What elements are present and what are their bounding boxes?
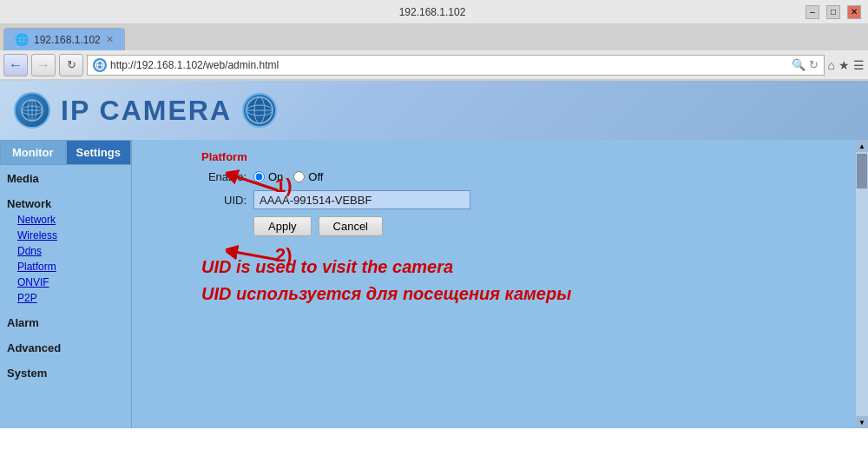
uid-row: UID:	[201, 190, 851, 209]
url-text: http://192.168.1.102/web/admin.html	[110, 59, 788, 71]
platform-title: Platform	[201, 150, 851, 163]
forward-icon: →	[36, 57, 50, 73]
scrollbar-track[interactable]	[856, 152, 868, 416]
minimize-button[interactable]: –	[806, 5, 819, 19]
back-button[interactable]: ←	[3, 54, 28, 76]
cancel-button[interactable]: Cancel	[319, 216, 383, 236]
sidebar-item-onvif[interactable]: ONVIF	[0, 275, 131, 290]
star-button[interactable]: ★	[838, 58, 850, 72]
sidebar-advanced-section: Advanced	[0, 334, 131, 360]
sidebar-alarm-title: Alarm	[0, 313, 131, 331]
info-line-1: UID is used to visit the camera	[201, 257, 851, 277]
tab-settings-label: Settings	[76, 146, 121, 159]
enable-row: Enable: On Off	[201, 170, 851, 183]
button-row: Apply Cancel	[253, 216, 851, 236]
platform-section: Platform Enable: On Off	[201, 150, 851, 304]
logo-globe-left	[14, 92, 50, 129]
back-icon: ←	[9, 57, 23, 73]
sidebar-system-title: System	[0, 363, 131, 381]
scrollbar-thumb[interactable]	[857, 154, 867, 189]
sidebar-network-section: Network Network Wireless Ddns Platform O…	[0, 190, 131, 309]
tab-settings[interactable]: Settings	[66, 140, 132, 165]
sidebar-alarm-section: Alarm	[0, 309, 131, 334]
refresh-small-icon: ↻	[809, 58, 819, 71]
menu-button[interactable]: ☰	[853, 58, 865, 72]
app-title: IP CAMERA	[61, 95, 232, 127]
refresh-icon: ↻	[67, 58, 76, 71]
address-bar[interactable]: http://192.168.1.102/web/admin.html 🔍 ↻	[87, 55, 825, 76]
page: IP CAMERA Monitor Settings Media	[0, 81, 868, 428]
title-bar: 192.168.1.102 – □ ✕	[0, 0, 868, 24]
window-title: 192.168.1.102	[59, 6, 806, 18]
maximize-button[interactable]: □	[826, 5, 840, 19]
search-icon: 🔍	[792, 58, 806, 71]
sidebar-tabs: Monitor Settings	[0, 140, 131, 165]
home-button[interactable]: ⌂	[828, 58, 835, 72]
forward-button[interactable]: →	[31, 54, 56, 76]
sidebar-item-platform[interactable]: Platform	[0, 259, 131, 275]
refresh-button[interactable]: ↻	[59, 54, 83, 76]
sidebar-system-section: System	[0, 360, 131, 385]
content-area: 1) 2) Platform Enable: On Off	[132, 140, 868, 428]
radio-off[interactable]: Off	[293, 170, 323, 183]
sidebar-media-section: Media	[0, 165, 131, 190]
nav-bar: ← → ↻ http://192.168.1.102/web/admin.htm…	[0, 50, 868, 80]
logo-globe-right	[242, 93, 277, 128]
tab-monitor-label: Monitor	[12, 146, 54, 159]
tab-label: 192.168.1.102	[34, 34, 101, 46]
apply-button[interactable]: Apply	[253, 216, 312, 236]
sidebar-network-title: Network	[0, 194, 131, 212]
info-text: UID is used to visit the camera UID испо…	[201, 257, 851, 304]
sidebar-media-title: Media	[0, 169, 131, 187]
sidebar-item-ddns[interactable]: Ddns	[0, 243, 131, 259]
close-button[interactable]: ✕	[847, 5, 861, 19]
browser-tab[interactable]: 🌐 192.168.1.102 ✕	[3, 28, 125, 50]
scroll-down-button[interactable]: ▼	[856, 416, 868, 428]
radio-on-input[interactable]	[253, 171, 265, 182]
tab-bar: 🌐 192.168.1.102 ✕	[0, 24, 868, 50]
radio-off-input[interactable]	[293, 171, 305, 182]
sidebar-item-p2p[interactable]: P2P	[0, 290, 131, 306]
tab-close-icon[interactable]: ✕	[106, 34, 114, 45]
tab-monitor[interactable]: Monitor	[0, 140, 66, 165]
annotation-1: 1)	[275, 175, 293, 197]
sidebar-item-wireless[interactable]: Wireless	[0, 228, 131, 243]
info-line-2: UID используется для посещения камеры	[201, 284, 851, 304]
globe-icon: 🌐	[15, 33, 29, 46]
sidebar-advanced-title: Advanced	[0, 338, 131, 356]
scroll-up-button[interactable]: ▲	[856, 140, 868, 152]
site-icon	[93, 58, 107, 72]
sidebar-item-network[interactable]: Network	[0, 212, 131, 228]
scrollbar[interactable]: ▲ ▼	[856, 140, 868, 428]
sidebar: Monitor Settings Media Network Network W…	[0, 140, 132, 428]
annotation-2: 2)	[275, 244, 293, 267]
radio-off-label: Off	[308, 170, 323, 183]
uid-label: UID:	[201, 194, 253, 207]
app-header: IP CAMERA	[0, 81, 868, 140]
main-area: Monitor Settings Media Network Network W…	[0, 140, 868, 428]
window-controls[interactable]: – □ ✕	[806, 5, 861, 19]
enable-label: Enable:	[201, 170, 253, 183]
